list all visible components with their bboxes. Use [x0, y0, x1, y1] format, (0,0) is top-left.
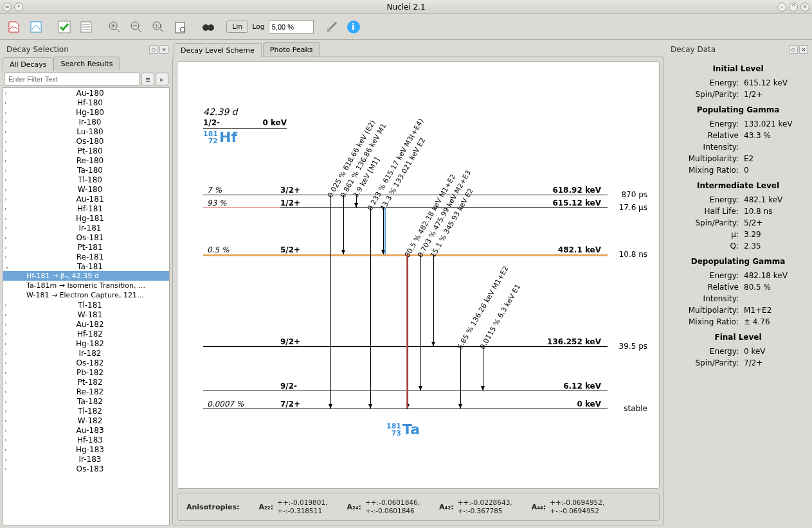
info-button[interactable]: i: [343, 17, 364, 37]
window-menu-icon[interactable]: ≡: [3, 3, 12, 12]
zoom-original-button[interactable]: [170, 17, 190, 37]
level-scheme-canvas[interactable]: 42.39 d 1/2-0 keV 18172Hf 18173Ta7 %3/2+…: [177, 61, 660, 489]
tree-nuclide-item[interactable]: ›Hf-180: [3, 98, 169, 107]
anisotropy-item: A₄₄:++:-0.0694952,+-:-0.0694952: [532, 498, 605, 515]
tree-nuclide-item[interactable]: ›Ir-182: [3, 348, 169, 358]
energy-level[interactable]: [203, 346, 608, 347]
tab-photo-peaks[interactable]: Photo Peaks: [263, 42, 320, 57]
tree-nuclide-item[interactable]: ›Re-181: [3, 252, 169, 261]
tree-nuclide-item[interactable]: ›Au-180: [3, 88, 169, 98]
tree-decay-item[interactable]: Hf-181 → β-, 42.39 d: [3, 271, 169, 281]
linear-scale-button[interactable]: Lin: [226, 21, 248, 33]
energy-level[interactable]: [203, 409, 608, 409]
gamma-transition[interactable]: [370, 207, 371, 409]
tree-nuclide-item[interactable]: ›Au-181: [3, 194, 169, 204]
tree-nuclide-item[interactable]: ›Hg-181: [3, 213, 169, 223]
tab-search-results[interactable]: Search Results: [53, 57, 120, 71]
data-row: Multipolarity:E2: [673, 153, 803, 164]
svg-rect-0: [31, 22, 41, 32]
section-header: Populating Gamma: [673, 105, 803, 114]
panel-undock-icon[interactable]: ◇: [149, 45, 158, 54]
tree-nuclide-item[interactable]: ›Hf-183: [3, 435, 169, 444]
tree-nuclide-item[interactable]: ›Hg-183: [3, 444, 169, 454]
tree-nuclide-item[interactable]: ›Pb-182: [3, 367, 169, 377]
tree-nuclide-item[interactable]: ›Ir-180: [3, 117, 169, 127]
tree-nuclide-item[interactable]: ›Os-183: [3, 464, 169, 473]
nuclide-tree[interactable]: ›Au-180›Hf-180›Hg-180›Ir-180›Lu-180›Os-1…: [3, 87, 170, 525]
tree-decay-item[interactable]: W-181 → Electron Capture, 121…: [3, 290, 169, 300]
tab-all-decays[interactable]: All Decays: [3, 57, 53, 71]
settings-button[interactable]: [321, 17, 342, 37]
maximize-icon[interactable]: ^: [789, 3, 798, 12]
panel-undock-icon[interactable]: ◇: [789, 45, 798, 54]
panel-close-icon[interactable]: ×: [799, 45, 808, 54]
anisotropy-item: A₂₂:++:-0.019801,+-:-0.318511: [259, 498, 328, 515]
minimize-icon[interactable]: ᵥ: [777, 3, 786, 12]
energy-level[interactable]: [203, 195, 608, 195]
zoom-out-button[interactable]: [126, 17, 147, 37]
tree-nuclide-item[interactable]: ›Tl-182: [3, 406, 169, 416]
tree-nuclide-item[interactable]: ›Ir-183: [3, 454, 169, 464]
tree-nuclide-item[interactable]: ›Re-182: [3, 387, 169, 396]
tree-nuclide-item[interactable]: ›Ta-180: [3, 165, 169, 175]
gamma-transition[interactable]: [483, 346, 483, 391]
tree-nuclide-item[interactable]: ›Ir-181: [3, 223, 169, 233]
check-button[interactable]: [54, 17, 75, 37]
gamma-transition[interactable]: [433, 254, 434, 346]
gamma-transition[interactable]: [408, 254, 408, 409]
export-pdf-button[interactable]: [4, 17, 24, 37]
percent-spinner[interactable]: [269, 20, 314, 34]
data-row: Q:2.35: [673, 240, 803, 252]
energy-label: 0 keV: [577, 400, 601, 409]
panel-close-icon[interactable]: ×: [159, 45, 168, 54]
zoom-fit-button[interactable]: 1:1: [148, 17, 168, 37]
binoculars-button[interactable]: [198, 17, 219, 37]
filter-input[interactable]: [4, 73, 140, 85]
log-scale-label[interactable]: Log: [249, 22, 267, 31]
tree-nuclide-item[interactable]: ›Hg-182: [3, 339, 169, 348]
window-pin-icon[interactable]: •: [14, 3, 23, 12]
zoom-in-button[interactable]: [104, 17, 125, 37]
tree-nuclide-item[interactable]: ›Au-182: [3, 319, 169, 329]
tree-decay-item[interactable]: Ta-181m → Isomeric Transition, …: [3, 281, 169, 290]
tab-decay-scheme[interactable]: Decay Level Scheme: [174, 43, 262, 57]
tree-nuclide-item[interactable]: ›W-180: [3, 184, 169, 194]
tree-nuclide-item[interactable]: ›Pt-182: [3, 377, 169, 387]
tree-nuclide-item[interactable]: ›Hg-180: [3, 107, 169, 117]
tree-nuclide-item[interactable]: ›Os-181: [3, 233, 169, 242]
tree-nuclide-item[interactable]: ›Re-180: [3, 155, 169, 165]
tree-nuclide-item[interactable]: ›Os-180: [3, 136, 169, 146]
gamma-transition[interactable]: [420, 254, 421, 391]
tree-nuclide-item[interactable]: ›Tl-181: [3, 300, 169, 310]
main-toolbar: 1:1 Lin Log i: [0, 14, 812, 40]
tree-nuclide-item[interactable]: ›Lu-180: [3, 127, 169, 136]
gamma-transition[interactable]: [330, 195, 331, 409]
data-row: Half Life:10.8 ns: [673, 206, 803, 217]
tree-nuclide-item[interactable]: ›Pt-180: [3, 146, 169, 155]
tree-nuclide-item[interactable]: ›W-181: [3, 310, 169, 319]
tree-nuclide-item[interactable]: ›Hf-181: [3, 204, 169, 213]
energy-level[interactable]: [203, 391, 608, 391]
tree-nuclide-item[interactable]: ›Pt-181: [3, 242, 169, 252]
export-svg-button[interactable]: [26, 17, 46, 37]
tree-nuclide-item[interactable]: ›Hf-182: [3, 329, 169, 339]
tree-nuclide-item[interactable]: ›Os-182: [3, 358, 169, 367]
svg-line-7: [116, 29, 120, 32]
arrow-icon: [431, 342, 435, 346]
gamma-transition[interactable]: [343, 195, 344, 254]
tree-nuclide-item[interactable]: ›Tl-180: [3, 175, 169, 184]
halflife-label: 10.8 ns: [619, 250, 647, 259]
list-button[interactable]: [76, 17, 96, 37]
gamma-transition[interactable]: [460, 346, 461, 409]
filter-clear-button[interactable]: ≣: [141, 73, 154, 85]
filter-apply-button[interactable]: ▹: [156, 73, 168, 85]
svg-rect-16: [176, 22, 185, 33]
gamma-transition[interactable]: [383, 207, 384, 254]
tree-nuclide-item[interactable]: ›Au-183: [3, 425, 169, 435]
data-row: Relative Intensity:43.3 %: [673, 130, 803, 153]
tree-nuclide-item[interactable]: ›Ta-182: [3, 396, 169, 406]
close-icon[interactable]: ×: [800, 3, 809, 12]
energy-label: 618.92 keV: [552, 186, 601, 195]
tree-nuclide-item[interactable]: ⌄Ta-181: [3, 261, 169, 271]
tree-nuclide-item[interactable]: ›W-182: [3, 416, 169, 425]
